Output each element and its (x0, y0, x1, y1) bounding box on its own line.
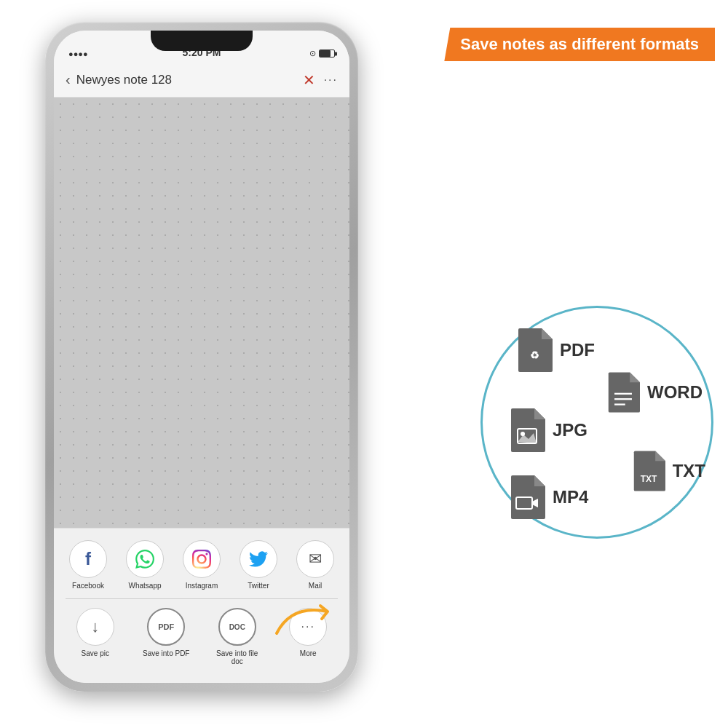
close-icon[interactable]: ✕ (303, 71, 315, 89)
format-jpg: JPG (509, 408, 587, 452)
mail-icon[interactable]: ✉ (296, 540, 334, 578)
dot-pattern (54, 98, 349, 528)
save-pic-item[interactable]: ↓ Save pic (71, 608, 120, 657)
save-pdf-item[interactable]: PDF Save into PDF (141, 608, 191, 657)
arrow-diagram (269, 590, 357, 648)
format-mp4: MP4 (509, 475, 588, 519)
save-pdf-label: Save into PDF (143, 649, 189, 657)
circle-bg: ♻ PDF WORD JPG (480, 306, 713, 539)
note-title: Newyes note 128 (76, 73, 303, 87)
phone-screen: ●●●● 5:20 PM ⊙ ‹ Newyes note 128 ✕ ··· (54, 31, 349, 683)
share-row-social: f Facebook Whatsapp Instagram (60, 540, 344, 590)
format-diagram: ♻ PDF WORD JPG (480, 306, 713, 539)
instagram-label: Instagram (186, 582, 218, 590)
share-mail[interactable]: ✉ Mail (290, 540, 340, 590)
mail-label: Mail (309, 582, 322, 590)
signal-icon: ●●●● (68, 50, 88, 58)
format-pdf: ♻ PDF (516, 328, 595, 372)
svg-text:♻: ♻ (530, 349, 539, 361)
phone-notch (151, 31, 253, 51)
battery-icon (319, 50, 335, 58)
note-area[interactable] (54, 98, 349, 528)
location-icon: ⊙ (309, 49, 316, 58)
jpg-label: JPG (553, 420, 587, 440)
save-doc-icon[interactable]: DOC (218, 608, 256, 646)
whatsapp-icon[interactable] (126, 540, 164, 578)
word-file-icon (606, 372, 640, 413)
whatsapp-label: Whatsapp (128, 582, 161, 590)
share-instagram[interactable]: Instagram (177, 540, 226, 590)
status-right: ⊙ (309, 49, 335, 58)
word-label: WORD (647, 382, 703, 403)
svg-text:TXT: TXT (640, 474, 657, 484)
mp4-label: MP4 (553, 487, 588, 507)
banner-text: Save notes as different formats (460, 35, 699, 53)
share-facebook[interactable]: f Facebook (63, 540, 113, 590)
facebook-icon[interactable]: f (69, 540, 107, 578)
format-txt: TXT TXT (632, 451, 705, 491)
more-label: More (300, 649, 317, 657)
facebook-label: Facebook (72, 582, 104, 590)
txt-file-icon: TXT (632, 451, 665, 491)
back-button[interactable]: ‹ (66, 71, 71, 88)
jpg-file-icon (509, 408, 545, 452)
more-icon[interactable]: ··· (324, 74, 338, 87)
instagram-icon[interactable] (183, 540, 221, 578)
twitter-label: Twitter (248, 582, 269, 590)
banner: Save notes as different formats (444, 28, 715, 61)
pdf-label: PDF (560, 340, 595, 360)
save-doc-label: Save into file doc (213, 649, 262, 665)
save-pdf-icon[interactable]: PDF (147, 608, 185, 646)
twitter-icon[interactable] (240, 540, 277, 578)
format-word: WORD (606, 372, 703, 413)
nav-bar: ‹ Newyes note 128 ✕ ··· (54, 63, 349, 98)
share-twitter[interactable]: Twitter (234, 540, 283, 590)
save-doc-item[interactable]: DOC Save into file doc (213, 608, 262, 665)
save-pic-icon[interactable]: ↓ (76, 608, 114, 646)
pdf-file-icon: ♻ (516, 328, 553, 372)
share-whatsapp[interactable]: Whatsapp (120, 540, 170, 590)
save-pic-label: Save pic (82, 649, 109, 657)
mp4-file-icon (509, 475, 545, 519)
txt-label: TXT (673, 461, 705, 481)
